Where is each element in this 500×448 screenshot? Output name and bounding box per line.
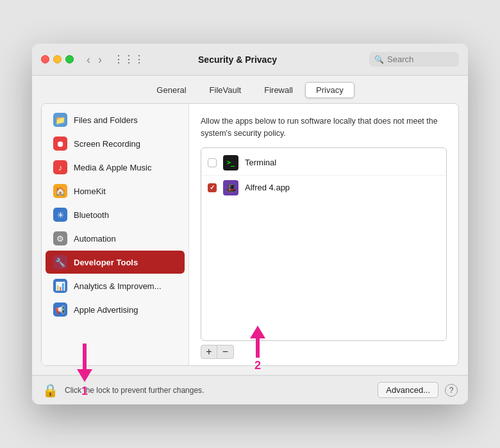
traffic-lights [41, 55, 74, 63]
app-list: >_ Terminal 🎩 Alfred 4.app [201, 147, 447, 342]
sidebar-item-homekit[interactable]: 🏠 HomeKit [46, 179, 185, 203]
sidebar-item-screen-recording[interactable]: ⏺ Screen Recording [46, 132, 185, 155]
help-button[interactable]: ? [445, 384, 458, 397]
right-panel: Allow the apps below to run software loc… [189, 104, 458, 365]
sidebar-label-developer-tools: Developer Tools [74, 258, 138, 267]
forward-button[interactable]: › [96, 53, 104, 67]
close-button[interactable] [41, 55, 49, 63]
tab-privacy[interactable]: Privacy [305, 82, 354, 98]
list-controls: + − [201, 345, 447, 359]
arrow-2-head [250, 326, 265, 338]
panel-description: Allow the apps below to run software loc… [201, 115, 447, 140]
tab-general[interactable]: General [146, 82, 197, 98]
nav-buttons: ‹ › [84, 53, 104, 67]
sidebar-label-media-apple-music: Media & Apple Music [74, 163, 151, 172]
apple-advertising-icon: 📢 [53, 303, 67, 317]
developer-tools-icon: 🔧 [53, 255, 67, 269]
alfred-app-name: Alfred 4.app [245, 183, 290, 192]
lock-text: Click the lock to prevent further change… [65, 386, 371, 395]
analytics-icon: 📊 [53, 279, 67, 293]
remove-app-button[interactable]: − [217, 345, 234, 359]
sidebar-label-files-folders: Files and Folders [74, 115, 138, 125]
sidebar-label-analytics: Analytics & Improvem... [74, 281, 162, 291]
minimize-button[interactable] [53, 55, 62, 63]
tab-filevault[interactable]: FileVault [199, 82, 253, 98]
sidebar-item-apple-advertising[interactable]: 📢 Apple Advertising [46, 298, 185, 321]
tabs-bar: General FileVault Firewall Privacy [32, 76, 468, 103]
alfred-icon: 🎩 [223, 180, 238, 195]
sidebar-item-files-folders[interactable]: 📁 Files and Folders [46, 108, 185, 131]
sidebar-item-analytics[interactable]: 📊 Analytics & Improvem... [46, 274, 185, 297]
add-app-button[interactable]: + [201, 345, 217, 359]
sidebar-label-bluetooth: Bluetooth [74, 210, 109, 220]
main-window: ‹ › ⋮⋮⋮ Security & Privacy 🔍 General Fil… [32, 44, 468, 404]
sidebar-label-homekit: HomeKit [74, 187, 106, 196]
advanced-button[interactable]: Advanced... [378, 382, 438, 398]
app-item-terminal: >_ Terminal [201, 151, 446, 175]
arrow-1-shaft [83, 344, 87, 369]
titlebar: ‹ › ⋮⋮⋮ Security & Privacy 🔍 [32, 44, 468, 76]
arrow-1-label: 1 [81, 385, 88, 398]
search-icon: 🔍 [374, 55, 384, 64]
terminal-icon: >_ [223, 155, 238, 170]
bottom-bar: 🔒 Click the lock to prevent further chan… [32, 375, 468, 404]
lock-icon[interactable]: 🔒 [42, 383, 58, 398]
back-button[interactable]: ‹ [84, 53, 93, 67]
terminal-app-name: Terminal [245, 158, 276, 167]
automation-icon: ⚙ [53, 231, 67, 245]
arrow-annotation-1: 1 [77, 344, 92, 398]
alfred-checkbox[interactable] [208, 183, 217, 192]
arrow-1-head [77, 369, 92, 382]
sidebar: 📁 Files and Folders ⏺ Screen Recording ♪… [42, 104, 189, 365]
homekit-icon: 🏠 [53, 184, 67, 198]
arrow-2-shaft [256, 338, 260, 358]
terminal-checkbox[interactable] [208, 158, 217, 167]
sidebar-item-automation[interactable]: ⚙ Automation [46, 227, 185, 250]
arrow-annotation-2: 2 [250, 326, 265, 372]
files-folders-icon: 📁 [53, 113, 67, 127]
app-item-alfred: 🎩 Alfred 4.app [201, 175, 446, 200]
sidebar-item-bluetooth[interactable]: ✳ Bluetooth [46, 203, 185, 226]
sidebar-label-screen-recording: Screen Recording [74, 139, 140, 149]
tab-firewall[interactable]: Firewall [253, 82, 304, 98]
search-bar[interactable]: 🔍 [369, 52, 459, 67]
sidebar-label-automation: Automation [74, 234, 116, 244]
arrow-2-label: 2 [254, 359, 261, 372]
media-apple-music-icon: ♪ [53, 160, 67, 174]
sidebar-item-developer-tools[interactable]: 🔧 Developer Tools [46, 251, 185, 274]
search-input[interactable] [387, 54, 454, 64]
screen-recording-icon: ⏺ [53, 137, 67, 151]
sidebar-label-apple-advertising: Apple Advertising [74, 305, 138, 315]
bluetooth-icon: ✳ [53, 208, 67, 222]
sidebar-item-media-apple-music[interactable]: ♪ Media & Apple Music [46, 156, 185, 179]
maximize-button[interactable] [65, 55, 74, 63]
window-title: Security & Privacy [112, 54, 363, 65]
